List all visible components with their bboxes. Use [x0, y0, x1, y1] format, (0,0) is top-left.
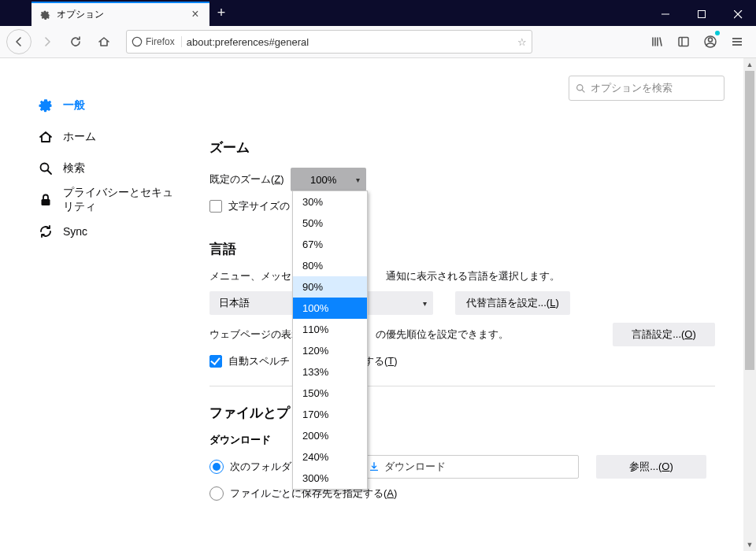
minimize-button[interactable]: [647, 2, 684, 26]
sync-icon: [38, 224, 54, 239]
sidebar-item-search[interactable]: 検索: [32, 153, 187, 184]
forward-button[interactable]: [35, 29, 60, 54]
sidebar-item-label: 一般: [63, 98, 85, 113]
sidebar-item-privacy[interactable]: プライバシーとセキュリティ: [32, 184, 187, 216]
scrollbar-thumb[interactable]: [745, 71, 754, 370]
svg-rect-14: [42, 199, 50, 205]
sidebar-item-label: Sync: [63, 225, 87, 238]
chevron-down-icon: ▾: [356, 176, 360, 184]
zoom-option[interactable]: 90%: [293, 276, 367, 298]
zoom-option[interactable]: 67%: [293, 234, 367, 255]
svg-rect-1: [699, 11, 706, 18]
scroll-down-button[interactable]: ▼: [743, 538, 756, 551]
sidebar-item-label: プライバシーとセキュリティ: [63, 186, 181, 214]
app-menu-button[interactable]: [724, 29, 750, 54]
sidebar-item-sync[interactable]: Sync: [32, 216, 187, 247]
divider: [209, 386, 715, 386]
gear-icon: [39, 9, 50, 20]
set-alternatives-button[interactable]: 代替言語を設定...(L): [455, 291, 570, 315]
home-icon: [38, 129, 54, 145]
zoom-option[interactable]: 170%: [293, 404, 367, 425]
svg-line-13: [48, 171, 52, 175]
preferences-search[interactable]: オプションを検索: [569, 76, 724, 101]
firefox-icon: [132, 36, 143, 47]
always-ask-radio[interactable]: [209, 486, 224, 501]
gear-icon: [38, 98, 54, 113]
zoom-option[interactable]: 30%: [293, 191, 367, 213]
language-section: 言語 メニュー、メッセージ通知に表示される言語を選択します。 日本語▾ 代替言語…: [209, 240, 737, 368]
spellcheck-checkbox[interactable]: [209, 355, 222, 368]
default-zoom-label: 既定のズーム(Z): [209, 172, 284, 187]
identity-label: Firefox: [146, 36, 175, 47]
url-bar[interactable]: Firefox about:preferences#general ☆: [126, 30, 532, 54]
choose-languages-button[interactable]: 言語設定...(O): [613, 323, 715, 346]
files-heading: ファイルとプ: [209, 404, 737, 422]
text-zoom-only-label: 文字サイズの: [228, 199, 290, 213]
category-sidebar: 一般 ホーム 検索 プライバシーとセキュリティ Sync: [0, 58, 187, 551]
zoom-option[interactable]: 150%: [293, 383, 367, 404]
svg-point-7: [709, 38, 713, 42]
maximize-button[interactable]: [684, 2, 720, 26]
sidebar-item-label: ホーム: [63, 130, 96, 144]
zoom-option[interactable]: 133%: [293, 361, 367, 383]
zoom-option[interactable]: 300%: [293, 468, 367, 489]
zoom-section: ズーム 既定のズーム(Z) 100%▾ 文字サイズの: [209, 139, 737, 213]
language-heading: 言語: [209, 240, 737, 258]
lock-icon: [38, 192, 54, 208]
sidebar-button[interactable]: [671, 29, 696, 54]
zoom-option[interactable]: 80%: [293, 255, 367, 276]
navigation-toolbar: Firefox about:preferences#general ☆: [0, 26, 756, 58]
download-icon: [369, 461, 380, 472]
browser-tab[interactable]: オプション ×: [32, 2, 209, 26]
chevron-down-icon: ▾: [423, 299, 427, 308]
scroll-up-button[interactable]: ▲: [743, 58, 756, 71]
save-to-folder-label: 次のフォルダー: [230, 460, 302, 474]
svg-rect-5: [679, 38, 688, 46]
sidebar-item-home[interactable]: ホーム: [32, 121, 187, 153]
bookmark-star-icon[interactable]: ☆: [517, 36, 527, 48]
account-button[interactable]: [698, 29, 723, 54]
content: 一般 ホーム 検索 プライバシーとセキュリティ Sync オプションを検索 ズー…: [0, 58, 756, 551]
zoom-option[interactable]: 240%: [293, 446, 367, 468]
tab-title: オプション: [57, 8, 183, 21]
zoom-option[interactable]: 200%: [293, 425, 367, 446]
text-zoom-only-checkbox[interactable]: [209, 200, 222, 213]
new-tab-button[interactable]: +: [209, 0, 233, 26]
back-button[interactable]: [6, 29, 32, 54]
close-window-button[interactable]: [720, 2, 756, 26]
search-icon: [38, 161, 54, 176]
search-placeholder: オプションを検索: [591, 81, 673, 95]
home-button[interactable]: [91, 29, 117, 54]
sidebar-item-label: 検索: [63, 161, 85, 176]
zoom-option[interactable]: 120%: [293, 340, 367, 361]
download-path-field[interactable]: ダウンロード: [361, 455, 579, 479]
vertical-scrollbar[interactable]: ▲ ▼: [743, 58, 756, 551]
files-section: ファイルとプ ダウンロード 次のフォルダー ダウンロード 参照...(O) ファ…: [209, 404, 737, 501]
window-controls: [647, 2, 756, 26]
zoom-dropdown[interactable]: 30%50%67%80%90%100%110%120%133%150%170%2…: [292, 190, 368, 490]
close-tab-icon[interactable]: ×: [189, 9, 202, 21]
url-text: about:preferences#general: [187, 36, 513, 48]
titlebar: オプション × +: [0, 0, 756, 26]
zoom-option[interactable]: 110%: [293, 319, 367, 340]
library-button[interactable]: [644, 29, 669, 54]
language-description: メニュー、メッセージ通知に表示される言語を選択します。: [209, 269, 560, 283]
sidebar-item-general[interactable]: 一般: [32, 90, 187, 121]
tab-strip: オプション × +: [0, 0, 233, 26]
reload-button[interactable]: [63, 29, 88, 54]
notification-dot-icon: [715, 31, 720, 35]
zoom-option[interactable]: 50%: [293, 213, 367, 234]
browse-button[interactable]: 参照...(O): [596, 455, 706, 479]
downloads-subheading: ダウンロード: [209, 433, 737, 447]
zoom-heading: ズーム: [209, 139, 737, 157]
zoom-option[interactable]: 100%: [293, 298, 367, 319]
default-zoom-select[interactable]: 100%▾: [291, 168, 366, 191]
main-panel: オプションを検索 ズーム 既定のズーム(Z) 100%▾ 文字サイズの 言語 メ…: [187, 58, 756, 551]
svg-point-4: [132, 37, 141, 46]
svg-line-16: [582, 90, 584, 92]
svg-point-15: [577, 84, 583, 90]
search-icon: [576, 83, 586, 94]
identity-box[interactable]: Firefox: [132, 36, 182, 47]
save-to-folder-radio[interactable]: [209, 460, 224, 474]
